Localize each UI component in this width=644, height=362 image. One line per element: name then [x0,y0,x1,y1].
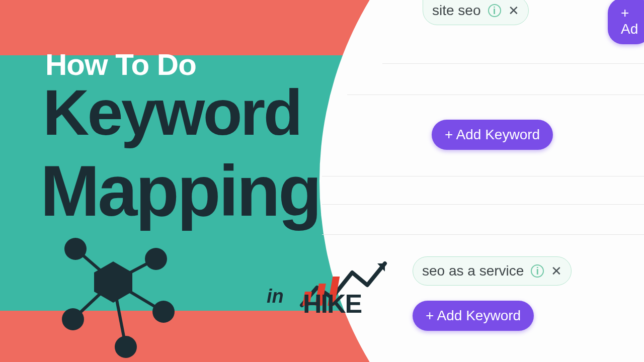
svg-marker-5 [94,261,132,303]
chip-label: seo as a service [422,263,524,279]
keyword-chip[interactable]: site seo i ✕ [423,0,529,25]
chip-label: site seo [432,3,481,19]
divider [322,176,644,176]
title-line-3: Mapping [40,150,320,232]
add-keyword-button[interactable]: + Ad [608,0,644,44]
add-label: + Add Keyword [426,308,521,324]
title-in-word: in [267,286,284,307]
network-icon [48,231,179,362]
info-icon[interactable]: i [531,264,544,278]
info-icon[interactable]: i [488,4,501,17]
svg-point-7 [145,248,167,270]
svg-point-6 [64,238,87,260]
divider [322,234,644,235]
close-icon[interactable]: ✕ [508,3,519,19]
divider [322,204,644,205]
divider [382,63,644,64]
title-line-2: Keyword [43,75,301,149]
add-keyword-button[interactable]: + Add Keyword [432,120,553,150]
keyword-chip[interactable]: seo as a service i ✕ [413,256,572,286]
divider [347,95,644,95]
close-icon[interactable]: ✕ [551,263,562,279]
svg-point-8 [152,301,175,323]
add-label: + Ad [621,5,638,37]
add-keyword-button[interactable]: + Add Keyword [413,301,534,331]
svg-point-10 [62,308,84,330]
keyword-panel: site seo i ✕ + Ad + Add Keyword seo as a… [322,0,644,362]
svg-point-9 [115,336,137,358]
add-label: + Add Keyword [445,127,540,143]
